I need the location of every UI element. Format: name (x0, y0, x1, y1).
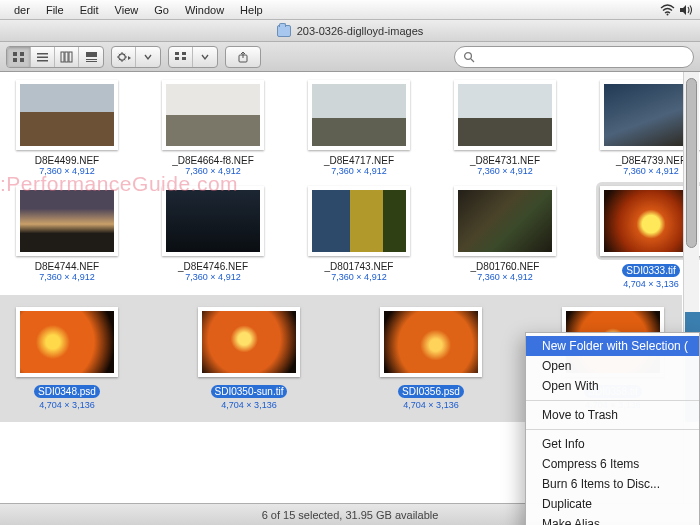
svg-point-0 (666, 13, 668, 15)
svg-rect-17 (175, 57, 179, 60)
context-menu: New Folder with Selection (OpenOpen With… (525, 332, 700, 525)
file-name[interactable]: SDI0333.tif (622, 264, 679, 277)
file-name[interactable]: SDI0348.psd (34, 385, 100, 398)
svg-rect-16 (182, 52, 186, 55)
file-name[interactable]: _D8E4746.NEF (178, 261, 248, 272)
context-menu-item[interactable]: Open (526, 356, 699, 376)
svg-rect-12 (86, 59, 97, 60)
system-menubar: der File Edit View Go Window Help (0, 0, 700, 20)
file-item[interactable]: SDI0350-sun.tif4,704 × 3,136 (194, 303, 304, 410)
context-menu-item[interactable]: Burn 6 Items to Disc... (526, 474, 699, 494)
menubar-item[interactable]: Go (146, 2, 177, 18)
file-item[interactable]: _D8E4746.NEF7,360 × 4,912 (158, 182, 268, 289)
menubar-item[interactable]: der (6, 2, 38, 18)
file-dimensions: 7,360 × 4,912 (304, 166, 414, 176)
file-thumbnail[interactable] (16, 186, 118, 256)
file-name[interactable]: _D801760.NEF (471, 261, 540, 272)
arrange-button[interactable] (169, 47, 193, 67)
file-name[interactable]: _D8E4739.NEF (616, 155, 686, 166)
menubar-item[interactable]: Help (232, 2, 271, 18)
file-thumbnail[interactable] (454, 80, 556, 150)
file-name[interactable]: _D801743.NEF (325, 261, 394, 272)
file-dimensions: 7,360 × 4,912 (450, 272, 560, 282)
svg-rect-10 (69, 52, 72, 62)
file-dimensions: 7,360 × 4,912 (12, 272, 122, 282)
share-button[interactable] (225, 46, 261, 68)
svg-rect-5 (37, 53, 48, 55)
file-thumbnail[interactable] (16, 307, 118, 377)
file-thumbnail[interactable] (380, 307, 482, 377)
file-thumbnail[interactable] (198, 307, 300, 377)
file-item[interactable]: _D8E4664-f8.NEF7,360 × 4,912 (158, 76, 268, 176)
file-thumbnail[interactable] (16, 80, 118, 150)
file-thumbnail[interactable] (308, 186, 410, 256)
menubar-item[interactable]: File (38, 2, 72, 18)
file-dimensions: 4,704 × 3,136 (12, 400, 122, 410)
svg-rect-11 (86, 52, 97, 57)
file-dimensions: 4,704 × 3,136 (376, 400, 486, 410)
file-name[interactable]: _D8E4664-f8.NEF (172, 155, 254, 166)
menubar-item[interactable]: View (107, 2, 147, 18)
context-menu-item[interactable]: Duplicate (526, 494, 699, 514)
file-name[interactable]: SDI0356.psd (398, 385, 464, 398)
view-list-button[interactable] (31, 47, 55, 67)
file-item[interactable]: _D8E4717.NEF7,360 × 4,912 (304, 76, 414, 176)
scroll-thumb[interactable] (686, 78, 697, 248)
view-coverflow-button[interactable] (79, 47, 103, 67)
context-menu-item[interactable]: Compress 6 Items (526, 454, 699, 474)
context-menu-item[interactable]: Move to Trash (526, 405, 699, 425)
svg-rect-4 (20, 58, 24, 62)
status-text: 6 of 15 selected, 31.95 GB available (262, 509, 439, 521)
svg-rect-18 (182, 57, 186, 60)
file-thumbnail[interactable] (162, 80, 264, 150)
search-input[interactable] (481, 51, 685, 63)
svg-line-21 (471, 59, 474, 62)
context-menu-item[interactable]: Get Info (526, 434, 699, 454)
file-item[interactable]: D8E4499.NEF7,360 × 4,912 (12, 76, 122, 176)
file-thumbnail[interactable] (308, 80, 410, 150)
menu-separator (526, 429, 699, 430)
file-name[interactable]: D8E4744.NEF (35, 261, 99, 272)
volume-icon[interactable] (676, 4, 694, 16)
svg-point-20 (465, 52, 472, 59)
menu-separator (526, 400, 699, 401)
file-thumbnail[interactable] (162, 186, 264, 256)
file-thumbnail[interactable] (454, 186, 556, 256)
file-name[interactable]: _D8E4731.NEF (470, 155, 540, 166)
arrange-segmented (168, 46, 218, 68)
context-menu-item[interactable]: New Folder with Selection ( (526, 336, 699, 356)
finder-toolbar (0, 42, 700, 72)
svg-rect-1 (13, 52, 17, 56)
search-field[interactable] (454, 46, 694, 68)
view-icon-button[interactable] (7, 47, 31, 67)
file-name[interactable]: SDI0350-sun.tif (211, 385, 288, 398)
file-item[interactable]: SDI0348.psd4,704 × 3,136 (12, 303, 122, 410)
svg-rect-7 (37, 60, 48, 62)
context-menu-item[interactable]: Open With (526, 376, 699, 396)
view-mode-segmented (6, 46, 104, 68)
file-dimensions: 7,360 × 4,912 (158, 272, 268, 282)
svg-rect-15 (175, 52, 179, 55)
svg-rect-8 (61, 52, 64, 62)
context-menu-item[interactable]: Make Alias (526, 514, 699, 525)
folder-icon (277, 25, 291, 37)
file-item[interactable]: _D801743.NEF7,360 × 4,912 (304, 182, 414, 289)
file-item[interactable]: D8E4744.NEF7,360 × 4,912 (12, 182, 122, 289)
action-button[interactable] (112, 47, 136, 67)
svg-rect-13 (86, 61, 97, 62)
wifi-icon[interactable] (658, 4, 676, 16)
file-item[interactable]: SDI0356.psd4,704 × 3,136 (376, 303, 486, 410)
file-item[interactable]: _D8E4731.NEF7,360 × 4,912 (450, 76, 560, 176)
file-name[interactable]: D8E4499.NEF (35, 155, 99, 166)
file-item[interactable]: _D801760.NEF7,360 × 4,912 (450, 182, 560, 289)
svg-rect-9 (65, 52, 68, 62)
file-name[interactable]: _D8E4717.NEF (324, 155, 394, 166)
dropdown-chevron-icon[interactable] (193, 47, 217, 67)
window-title: 203-0326-diglloyd-images (297, 25, 424, 37)
watermark-text: :PerformanceGuide.com (0, 172, 238, 196)
svg-rect-2 (20, 52, 24, 56)
view-column-button[interactable] (55, 47, 79, 67)
menubar-item[interactable]: Window (177, 2, 232, 18)
menubar-item[interactable]: Edit (72, 2, 107, 18)
dropdown-chevron-icon[interactable] (136, 47, 160, 67)
